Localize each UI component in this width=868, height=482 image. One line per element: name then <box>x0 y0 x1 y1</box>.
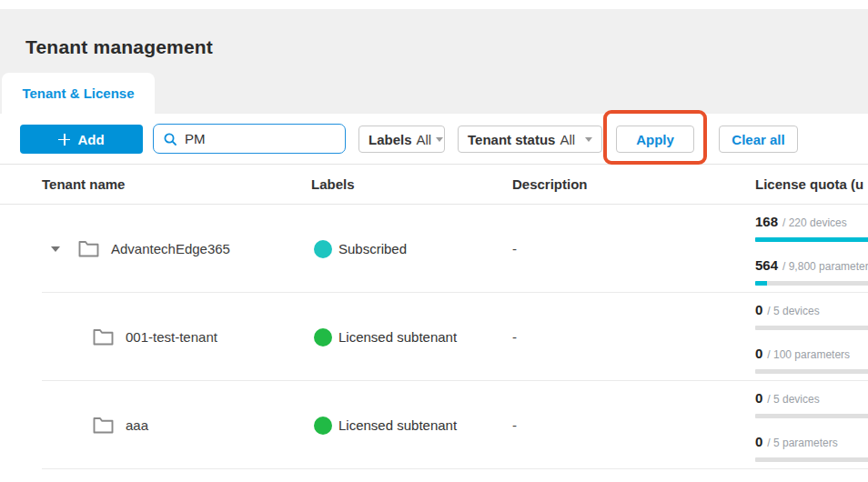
quota-used: 564 <box>755 257 778 273</box>
quota-used: 0 <box>755 390 762 406</box>
license-quota-cell: 168 / 220 devices 564 / 9,800 parameters <box>755 205 868 293</box>
parameter-quota: 0 / 5 parameters <box>755 426 868 469</box>
status-label: Licensed subtenant <box>338 329 457 345</box>
add-button-label: Add <box>77 132 104 147</box>
folder-icon <box>93 417 114 434</box>
tab-label: Tenant & License <box>22 85 134 101</box>
tab-tenant-license[interactable]: Tenant & License <box>2 73 155 114</box>
expand-caret-icon[interactable] <box>51 246 60 252</box>
quota-progress-bar <box>755 326 868 330</box>
apply-button[interactable]: Apply <box>616 126 694 153</box>
description: - <box>512 241 755 256</box>
column-header-description: Description <box>512 176 755 192</box>
table-row[interactable]: AdvantechEdge365 Subscribed - 168 / 220 … <box>0 205 868 293</box>
device-quota: 0 / 5 devices <box>755 382 868 426</box>
folder-icon <box>78 240 99 257</box>
quota-progress-fill <box>755 237 868 242</box>
column-header-tenant-name: Tenant name <box>22 176 311 192</box>
column-header-license-quota: License quota (u <box>755 176 868 192</box>
description: - <box>512 417 755 433</box>
labels-filter-dropdown[interactable]: Labels All <box>358 126 445 153</box>
status-dot <box>314 417 332 435</box>
page-title: Tenant management <box>25 36 213 58</box>
device-quota: 0 / 5 devices <box>755 294 868 337</box>
license-quota-cell: 0 / 5 devices 0 / 100 parameters <box>755 293 868 381</box>
chevron-down-icon <box>436 137 443 142</box>
quota-progress-fill <box>755 281 767 286</box>
tenant-table: Tenant name Labels Description License q… <box>0 165 868 469</box>
parameter-quota: 564 / 9,800 parameters <box>755 249 868 293</box>
chevron-down-icon <box>585 137 592 142</box>
folder-icon <box>93 328 114 346</box>
quota-total: / 100 parameters <box>767 348 850 361</box>
quota-used: 0 <box>755 302 762 317</box>
add-button[interactable]: Add <box>20 125 143 154</box>
status-label: Licensed subtenant <box>338 417 457 433</box>
quota-progress-bar <box>755 281 868 286</box>
labels-filter-label: Labels <box>368 132 412 147</box>
quota-used: 0 <box>755 434 762 449</box>
tenant-name: 001-test-tenant <box>126 329 217 345</box>
tenant-status-filter-dropdown[interactable]: Tenant status All <box>458 126 602 153</box>
tenant-name: aaa <box>126 417 148 433</box>
quota-used: 168 <box>755 214 778 229</box>
search-icon <box>163 132 177 146</box>
tenant-name: AdvantechEdge365 <box>111 241 230 256</box>
quota-total: / 5 devices <box>767 393 819 406</box>
quota-progress-bar <box>755 369 868 374</box>
quota-total: / 220 devices <box>782 216 847 229</box>
description: - <box>512 329 755 345</box>
column-header-labels: Labels <box>311 176 512 192</box>
table-header: Tenant name Labels Description License q… <box>0 165 868 205</box>
quota-total: / 5 devices <box>767 305 819 317</box>
status-dot <box>314 328 332 346</box>
toolbar: Add Labels All Tenant status All Apply C… <box>0 114 868 165</box>
license-quota-cell: 0 / 5 devices 0 / 5 parameters <box>755 381 868 469</box>
quota-used: 0 <box>755 346 762 361</box>
status-label: Subscribed <box>338 241 407 256</box>
tenant-status-filter-value: All <box>560 132 575 147</box>
table-row[interactable]: 001-test-tenant Licensed subtenant - 0 /… <box>0 293 868 381</box>
quota-total: / 5 parameters <box>767 437 837 449</box>
parameter-quota: 0 / 100 parameters <box>755 337 868 381</box>
search-input[interactable] <box>185 131 336 146</box>
tenant-status-filter-label: Tenant status <box>468 132 555 147</box>
plus-icon <box>58 134 70 146</box>
quota-progress-bar <box>755 457 868 462</box>
quota-progress-bar <box>755 414 868 418</box>
page-header: Tenant management Tenant & License <box>0 9 868 114</box>
device-quota: 168 / 220 devices <box>755 206 868 249</box>
quota-total: / 9,800 parameters <box>782 260 868 273</box>
status-dot <box>314 240 332 258</box>
labels-filter-value: All <box>417 132 432 147</box>
search-box[interactable] <box>153 124 346 154</box>
quota-progress-bar <box>755 237 868 242</box>
table-row[interactable]: aaa Licensed subtenant - 0 / 5 devices 0… <box>0 381 868 469</box>
clear-all-button[interactable]: Clear all <box>719 126 798 153</box>
